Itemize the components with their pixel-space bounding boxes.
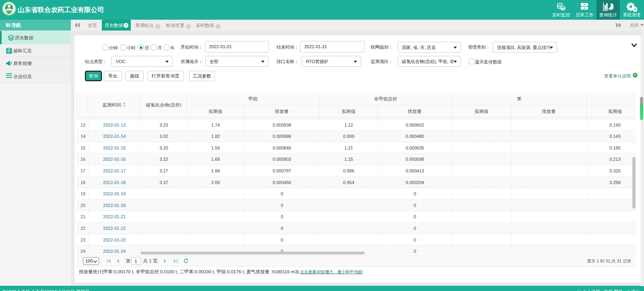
svg-text:MEE: MEE [7, 12, 11, 14]
